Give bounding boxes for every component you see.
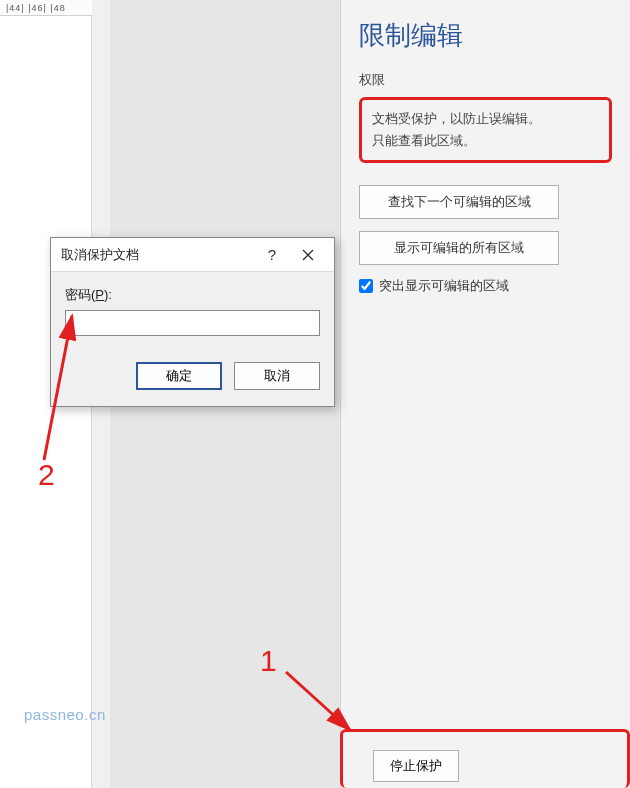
password-input[interactable] (65, 310, 320, 336)
dialog-titlebar[interactable]: 取消保护文档 ? (51, 238, 334, 272)
close-icon (302, 249, 314, 261)
highlight-regions-row[interactable]: 突出显示可编辑的区域 (359, 277, 612, 295)
annotation-number-1: 1 (260, 644, 277, 678)
find-next-region-button[interactable]: 查找下一个可编辑的区域 (359, 185, 559, 219)
unprotect-dialog: 取消保护文档 ? 密码(P): 确定 取消 (50, 237, 335, 407)
info-line-1: 文档受保护，以防止误编辑。 (372, 108, 599, 130)
info-line-2: 只能查看此区域。 (372, 130, 599, 152)
highlight-regions-label: 突出显示可编辑的区域 (379, 277, 509, 295)
stop-protection-button[interactable]: 停止保护 (373, 750, 459, 782)
show-all-regions-button[interactable]: 显示可编辑的所有区域 (359, 231, 559, 265)
restrict-editing-panel: 限制编辑 权限 文档受保护，以防止误编辑。 只能查看此区域。 查找下一个可编辑的… (340, 0, 630, 788)
watermark: passneo.cn (24, 706, 106, 723)
dialog-button-row: 确定 取消 (65, 362, 320, 390)
annotation-number-2: 2 (38, 458, 55, 492)
cancel-button[interactable]: 取消 (234, 362, 320, 390)
permission-label: 权限 (359, 71, 612, 89)
ruler-marks: |44| |46| |48 (6, 3, 66, 13)
panel-title: 限制编辑 (359, 18, 612, 53)
ok-button[interactable]: 确定 (136, 362, 222, 390)
password-label: 密码(P): (65, 286, 320, 304)
dialog-title: 取消保护文档 (61, 246, 254, 264)
dialog-help-button[interactable]: ? (254, 241, 290, 269)
stop-protection-region: 停止保护 (340, 729, 630, 788)
highlight-regions-checkbox[interactable] (359, 279, 373, 293)
dialog-body: 密码(P): 确定 取消 (51, 272, 334, 406)
dialog-close-button[interactable] (290, 241, 326, 269)
protection-info-box: 文档受保护，以防止误编辑。 只能查看此区域。 (359, 97, 612, 163)
